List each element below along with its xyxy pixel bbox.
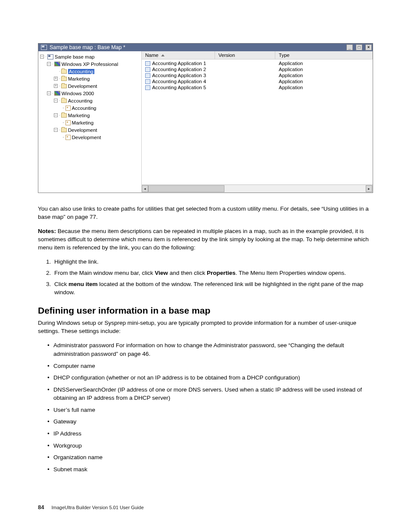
tree-node-xp-development[interactable]: + · Development	[40, 82, 141, 90]
map-icon	[41, 45, 47, 50]
expander-icon[interactable]: −	[47, 62, 51, 66]
list-row[interactable]: Accounting Application 5 Application	[142, 84, 373, 90]
tree-node-w2k-development[interactable]: − · Development	[40, 126, 141, 134]
app-icon	[145, 61, 150, 66]
list-item: Subnet mask	[48, 465, 373, 474]
folder-icon	[61, 99, 67, 103]
tree-root[interactable]: − · Sample base map	[40, 53, 141, 60]
os-icon	[54, 91, 60, 96]
close-button[interactable]: ×	[365, 44, 372, 50]
steps-list: Highlight the link. From the Main window…	[38, 258, 373, 296]
list-item: User’s full name	[48, 406, 373, 414]
list-body: Accounting Application 1 Application Acc…	[142, 59, 373, 184]
window-title: Sample base map : Base Map *	[50, 44, 343, 50]
expander-icon[interactable]: +	[54, 77, 58, 81]
list-item: Gateway	[48, 417, 373, 426]
tree-node-xp[interactable]: − · Windows XP Professional	[40, 60, 141, 68]
expander-icon[interactable]: +	[54, 84, 58, 88]
list-item: IP Address	[48, 429, 373, 438]
document-body: You can also use links to create paths f…	[38, 205, 373, 473]
link-icon	[65, 135, 71, 140]
expander-icon[interactable]: −	[54, 113, 58, 117]
page-number: 84	[38, 504, 44, 510]
expander-icon[interactable]: −	[54, 99, 58, 103]
page-footer: 84 ImageUltra Builder Version 5.01 User …	[38, 504, 144, 510]
tree-node-w2k-marketing-link[interactable]: ·· Marketing	[40, 119, 141, 126]
tree-node-w2k[interactable]: − · Windows 2000	[40, 90, 141, 97]
list-row[interactable]: Accounting Application 4 Application	[142, 78, 373, 84]
folder-icon	[61, 128, 67, 132]
list-item: DNSServerSearchOrder (IP address of one …	[48, 386, 373, 402]
section-heading: Defining user information in a base map	[38, 305, 373, 316]
tree-node-xp-accounting[interactable]: · Accounting	[40, 68, 141, 75]
app-icon	[145, 85, 150, 90]
list-item: Highlight the link.	[53, 258, 373, 266]
map-window: Sample base map : Base Map * _ □ × − · S…	[38, 43, 373, 193]
notes-label: Notes:	[38, 228, 56, 234]
horizontal-scrollbar[interactable]: ◂ ▸	[141, 184, 373, 193]
scroll-left-button[interactable]: ◂	[142, 185, 148, 192]
column-header-name[interactable]: Name	[142, 51, 215, 59]
folder-icon	[61, 113, 67, 118]
list-item: Organization name	[48, 453, 373, 462]
scroll-thumb[interactable]	[148, 185, 224, 192]
list-pane: Name Version Type Accounting Application…	[142, 51, 373, 193]
expander-icon[interactable]: −	[47, 91, 51, 95]
app-icon	[145, 67, 150, 72]
folder-icon	[61, 84, 67, 88]
list-item: DHCP configuration (whether or not an IP…	[48, 373, 373, 382]
titlebar[interactable]: Sample base map : Base Map * _ □ ×	[38, 44, 373, 51]
app-icon	[145, 79, 150, 84]
maximize-button[interactable]: □	[356, 44, 362, 50]
scroll-right-button[interactable]: ▸	[366, 185, 372, 192]
paragraph: You can also use links to create paths f…	[38, 205, 373, 221]
column-header-type[interactable]: Type	[275, 51, 373, 59]
list-item: Computer name	[48, 362, 373, 370]
folder-icon	[61, 69, 67, 74]
column-header-version[interactable]: Version	[215, 51, 275, 59]
map-icon	[47, 54, 53, 59]
tree-node-w2k-accounting-link[interactable]: ·· Accounting	[40, 104, 141, 112]
tree-node-w2k-marketing[interactable]: − · Marketing	[40, 112, 141, 119]
folder-icon	[61, 77, 67, 81]
link-icon	[65, 106, 71, 111]
doc-title: ImageUltra Builder Version 5.01 User Gui…	[52, 505, 144, 510]
tree-pane[interactable]: − · Sample base map − · Windows XP Profe…	[38, 51, 142, 193]
list-item: Administrator password For information o…	[48, 341, 373, 358]
list-item: From the Main window menu bar, click Vie…	[53, 269, 373, 277]
tree-node-xp-marketing[interactable]: + · Marketing	[40, 75, 141, 82]
notes-paragraph: Notes: Because the menu item description…	[38, 227, 373, 252]
app-icon	[145, 73, 150, 78]
list-row[interactable]: Accounting Application 3 Application	[142, 72, 373, 78]
os-icon	[54, 62, 60, 66]
list-row[interactable]: Accounting Application 2 Application	[142, 66, 373, 72]
tree-node-w2k-accounting[interactable]: − · Accounting	[40, 97, 141, 104]
paragraph: During Windows setup or Sysprep mini-set…	[38, 319, 373, 336]
link-icon	[65, 120, 71, 125]
list-header: Name Version Type	[142, 51, 373, 59]
list-row[interactable]: Accounting Application 1 Application	[142, 60, 373, 66]
tree-node-w2k-development-link[interactable]: ·· Development	[40, 134, 141, 141]
scroll-track[interactable]	[148, 185, 366, 192]
expander-icon[interactable]: −	[54, 128, 58, 132]
list-item: Workgroup	[48, 442, 373, 450]
expander-icon[interactable]: −	[40, 55, 44, 59]
list-item: Click menu item located at the bottom of…	[53, 280, 373, 297]
bullet-list: Administrator password For information o…	[38, 341, 373, 473]
minimize-button[interactable]: _	[346, 44, 353, 50]
sort-asc-icon	[161, 54, 165, 56]
